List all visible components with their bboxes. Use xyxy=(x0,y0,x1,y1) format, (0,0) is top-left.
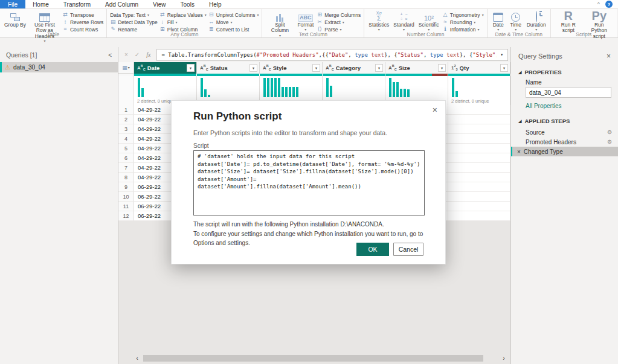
collapse-ribbon-icon[interactable]: ^ xyxy=(597,1,600,7)
row-number[interactable]: 4 xyxy=(118,134,134,144)
group-by-button[interactable]: Group By xyxy=(3,10,27,28)
column-header-style[interactable]: ABCStyle▾ xyxy=(260,62,323,74)
properties-section-header[interactable]: ◢ PROPERTIES xyxy=(511,66,618,77)
cell-qty[interactable] xyxy=(448,144,510,153)
run-r-script-button[interactable]: R Run R script xyxy=(554,10,583,34)
cell-qty[interactable] xyxy=(448,182,510,192)
use-first-row-button[interactable]: Use First Row as Headers ▾ xyxy=(29,10,60,43)
applied-steps-section-header[interactable]: ◢ APPLIED STEPS xyxy=(511,115,618,126)
cell-qty[interactable] xyxy=(448,153,510,163)
all-properties-link[interactable]: All Properties xyxy=(511,98,618,115)
gear-icon[interactable]: ⚙ xyxy=(607,139,612,145)
time-button[interactable]: Time ▾ xyxy=(508,10,524,31)
duration-button[interactable]: Duration ▾ xyxy=(526,10,547,31)
rounding-button[interactable]: ≈Rounding▾ xyxy=(442,19,484,25)
reverse-rows-button[interactable]: ↕Reverse Rows xyxy=(62,19,103,25)
fill-button[interactable]: ↓Fill▾ xyxy=(159,19,207,25)
close-settings-icon[interactable]: × xyxy=(607,52,611,60)
extract-button[interactable]: ✂Extract▾ xyxy=(317,19,361,25)
scrollbar-thumb[interactable] xyxy=(143,355,483,362)
query-item-data-30-04[interactable]: ⚠ data_30_04 xyxy=(0,62,118,72)
row-number[interactable]: 1 xyxy=(118,105,134,115)
tab-home[interactable]: Home xyxy=(25,0,56,8)
merge-columns-button[interactable]: ⊞Merge Columns xyxy=(317,11,361,18)
formula-check-icon[interactable]: ✓ xyxy=(135,51,140,58)
scrollbar-track[interactable] xyxy=(142,355,499,362)
cell-qty[interactable] xyxy=(448,211,510,221)
column-header-status[interactable]: ABCStatus▾ xyxy=(197,62,260,74)
row-number[interactable]: 2 xyxy=(118,115,134,124)
tab-transform[interactable]: Transform xyxy=(56,0,98,8)
dialog-close-icon[interactable]: × xyxy=(433,106,437,114)
column-header-qty[interactable]: 123Qty▾ xyxy=(448,62,510,74)
remove-step-icon[interactable]: × xyxy=(517,148,521,155)
cancel-button[interactable]: Cancel xyxy=(393,243,423,256)
row-number[interactable]: 7 xyxy=(118,163,134,173)
row-number[interactable]: 3 xyxy=(118,124,134,134)
row-number[interactable]: 11 xyxy=(118,202,134,211)
step-changed-type[interactable]: × Changed Type xyxy=(511,147,618,156)
row-number[interactable]: 10 xyxy=(118,192,134,202)
gear-icon[interactable]: ⚙ xyxy=(607,129,612,135)
column-filter-button[interactable]: ▾ xyxy=(375,64,383,72)
cell-qty[interactable] xyxy=(448,115,510,124)
text-type-icon[interactable]: ABC xyxy=(200,65,208,72)
date-button[interactable]: Date ▾ xyxy=(491,10,506,31)
scroll-left-icon[interactable]: ‹ xyxy=(134,355,140,362)
row-number[interactable]: 9 xyxy=(118,182,134,192)
standard-button[interactable]: +−÷× Standard ▾ xyxy=(392,10,416,31)
format-button[interactable]: ABC Format ▾ xyxy=(296,10,315,31)
help-icon[interactable]: ? xyxy=(605,1,613,8)
text-type-icon[interactable]: ABC xyxy=(388,65,397,72)
cell-qty[interactable] xyxy=(448,202,510,211)
tab-file[interactable]: File xyxy=(0,0,25,8)
move-button[interactable]: ↔Move▾ xyxy=(208,19,259,25)
unpivot-columns-button[interactable]: ⊟Unpivot Columns▾ xyxy=(208,11,259,18)
scientific-button[interactable]: 10² Scientific ▾ xyxy=(417,10,440,31)
scroll-right-icon[interactable]: › xyxy=(501,355,507,362)
cell-qty[interactable] xyxy=(448,105,510,115)
tab-tools[interactable]: Tools xyxy=(173,0,202,8)
transpose-button[interactable]: ⇄Transpose xyxy=(62,11,103,18)
step-promoted-headers[interactable]: Promoted Headers ⚙ xyxy=(511,137,618,147)
cell-qty[interactable] xyxy=(448,134,510,144)
cell-qty[interactable] xyxy=(448,124,510,134)
script-editor[interactable]: # 'dataset' holds the input data for thi… xyxy=(193,150,425,216)
column-profile[interactable]: 2 distinct, 0 unique xyxy=(448,76,510,105)
data-type-button[interactable]: Data Type: Text▾ xyxy=(110,11,158,18)
query-name-input[interactable] xyxy=(526,87,611,98)
cell-qty[interactable] xyxy=(448,192,510,202)
column-filter-button[interactable]: ▾ xyxy=(500,64,508,72)
statistics-button[interactable]: XσΣ Statistics ▾ xyxy=(367,10,390,31)
cell-qty[interactable] xyxy=(448,173,510,182)
column-filter-button[interactable]: ▾ xyxy=(312,64,320,72)
column-filter-button[interactable]: ▾ xyxy=(249,64,257,72)
column-header-category[interactable]: ABCCategory▾ xyxy=(323,62,385,74)
formula-cancel-icon[interactable]: × xyxy=(124,51,128,58)
row-number[interactable]: 6 xyxy=(118,153,134,163)
formula-expand-icon[interactable]: ▾ xyxy=(497,52,503,57)
tab-add-column[interactable]: Add Column xyxy=(98,0,146,8)
collapse-queries-pane-icon[interactable]: < xyxy=(108,52,112,59)
column-header-size[interactable]: ABCSize▾ xyxy=(385,62,448,74)
detect-data-type-button[interactable]: ▤Detect Data Type xyxy=(110,19,158,25)
replace-values-button[interactable]: ⇄Replace Values▾ xyxy=(159,11,207,18)
select-all-corner-button[interactable]: ▦ ▾ xyxy=(118,62,134,74)
cell-qty[interactable] xyxy=(448,163,510,173)
text-type-icon[interactable]: ABC xyxy=(263,65,271,72)
column-filter-button[interactable]: ▾ xyxy=(438,64,446,72)
ok-button[interactable]: OK xyxy=(356,243,389,256)
tab-help[interactable]: Help xyxy=(202,0,229,8)
tab-view[interactable]: View xyxy=(146,0,173,8)
column-filter-button[interactable]: ▾ xyxy=(187,64,195,72)
number-type-icon[interactable]: 123 xyxy=(451,65,458,72)
row-number[interactable]: 5 xyxy=(118,144,134,153)
formula-input[interactable]: = Table.TransformColumnTypes(#"Promoted … xyxy=(156,49,508,61)
row-number[interactable]: 12 xyxy=(118,211,134,221)
text-type-icon[interactable]: ABC xyxy=(326,65,334,72)
text-type-icon[interactable]: ABC xyxy=(137,65,146,72)
step-source[interactable]: Source ⚙ xyxy=(511,127,618,137)
column-header-date[interactable]: ABCDate▾ xyxy=(134,62,197,74)
horizontal-scrollbar[interactable]: ‹ › xyxy=(134,354,507,362)
trigonometry-button[interactable]: △Trigonometry▾ xyxy=(442,11,484,18)
